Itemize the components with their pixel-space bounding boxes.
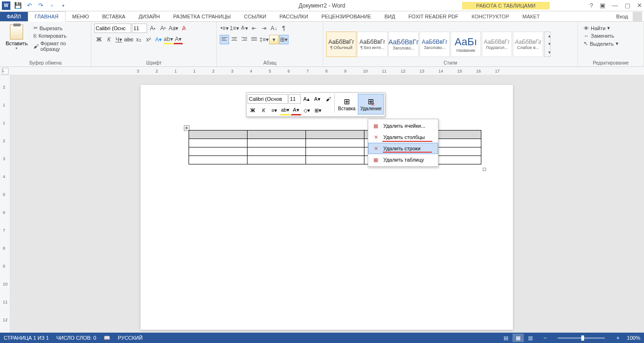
borders-icon[interactable]: ⊞▾ [279,35,289,44]
mini-borders-icon[interactable]: ⊞▾ [313,105,323,115]
mini-font-color-icon[interactable]: A▾ [291,105,301,115]
shading-icon[interactable]: ▾ [269,35,279,44]
find-button[interactable]: 👁Найти ▾ [583,24,619,32]
mini-shading-icon[interactable]: ◇▾ [302,105,312,115]
paste-button[interactable]: Вставить ▾ [3,24,31,65]
tab-design[interactable]: ДИЗАЙН [132,12,166,21]
select-button[interactable]: ↖Выделить ▾ [583,40,619,47]
menu-delete-columns[interactable]: ✕ Удалить столбцы [368,131,438,143]
format-painter-button[interactable]: 🖌Формат по образцу [33,40,86,52]
save-icon[interactable]: 💾 [14,2,22,9]
print-layout-icon[interactable]: ▦ [512,334,524,342]
mini-grow-font-icon[interactable]: A▴ [301,94,312,104]
tab-review[interactable]: РЕЦЕНЗИРОВАНИЕ [315,12,378,21]
close-icon[interactable]: ✕ [637,2,642,9]
tab-insert[interactable]: ВСТАВКА [96,12,132,21]
mini-size-combo[interactable] [289,94,301,104]
font-color-icon[interactable]: A▾ [173,35,183,44]
copy-button[interactable]: ⎘Копировать [33,33,86,39]
mini-format-painter-icon[interactable]: 🖌 [323,94,333,104]
change-case-icon[interactable]: Aa▾ [169,24,178,33]
mini-bold-button[interactable]: Ж [248,105,258,115]
ribbon-display-icon[interactable]: ▣ [600,2,605,9]
status-language[interactable]: РУССКИЙ [118,335,142,341]
help-icon[interactable]: ? [590,2,593,9]
mini-insert-button[interactable]: ⊞ Вставка [336,94,358,114]
style-no-spacing[interactable]: АаБбВвГг¶ Без инте... [357,32,388,57]
style-subtle[interactable]: АаБбВвГгСлабое в... [513,32,543,57]
styles-scroll-down-icon[interactable]: ▾ [545,40,554,48]
sign-in-link[interactable]: Вход [611,12,633,21]
align-center-icon[interactable] [230,35,239,44]
bold-button[interactable]: Ж [94,35,104,44]
sort-icon[interactable]: A↓ [269,24,279,33]
highlight-icon[interactable]: ab▾ [164,35,173,44]
page[interactable]: ✥ [140,85,513,330]
cut-button[interactable]: ✂Вырезать [33,24,86,32]
user-avatar[interactable] [633,12,642,21]
mini-font-combo[interactable] [248,94,288,104]
tab-view[interactable]: ВИД [378,12,402,21]
tab-mailings[interactable]: РАССЫЛКИ [273,12,315,21]
mini-align-icon[interactable]: ≡▾ [269,105,280,115]
status-proofing-icon[interactable]: 📖 [104,335,110,341]
styles-more-icon[interactable]: ▾ [545,48,554,56]
zoom-out-button[interactable]: − [544,335,546,341]
mini-delete-button[interactable]: ⊞✕ Удаление [358,94,384,114]
mini-shrink-font-icon[interactable]: A▾ [312,94,322,104]
mini-highlight-icon[interactable]: ab▾ [280,105,290,115]
superscript-button[interactable]: x² [144,35,153,44]
vertical-ruler[interactable]: 2112345678910111213 [0,75,10,333]
style-title[interactable]: АаБıНазвание [451,32,481,57]
align-left-icon[interactable] [220,35,229,44]
table-resize-handle-icon[interactable] [483,168,486,171]
tab-constructor[interactable]: КОНСТРУКТОР [465,12,516,21]
tab-references[interactable]: ССЫЛКИ [238,12,273,21]
italic-button[interactable]: К [104,35,114,44]
maximize-icon[interactable]: ▢ [625,2,630,9]
menu-delete-cells[interactable]: ▦ Удалить ячейки... [368,120,438,131]
decrease-indent-icon[interactable]: ⇤ [249,24,259,33]
menu-delete-table[interactable]: ▦ Удалить таблицу [368,154,438,165]
clear-formatting-icon[interactable]: A̷ [179,24,189,33]
tab-maket[interactable]: МАКЕТ [516,12,546,21]
ruler-corner[interactable]: L [2,68,8,74]
shrink-font-icon[interactable]: A▾ [158,24,168,33]
tab-file[interactable]: ФАЙЛ [0,12,28,21]
undo-icon[interactable]: ↶ [25,2,33,9]
font-name-combo[interactable] [94,24,131,33]
zoom-in-button[interactable]: + [616,335,619,341]
menu-delete-rows[interactable]: ✕ Удалить строки [368,143,438,154]
replace-button[interactable]: ↔Заменить [583,33,619,39]
web-layout-icon[interactable]: ▥ [525,334,536,342]
styles-scroll-up-icon[interactable]: ▴ [545,32,554,40]
bullets-icon[interactable]: •≡▾ [220,24,229,33]
tab-foxit[interactable]: Foxit Reader PDF [402,12,465,21]
align-justify-icon[interactable] [249,35,259,44]
horizontal-ruler[interactable]: L 3211234567891011121314151617 [0,67,644,75]
new-doc-icon[interactable]: ▫ [48,2,56,9]
minimize-icon[interactable]: — [612,2,618,9]
style-heading2[interactable]: АаБбВвГгЗаголово... [420,32,450,57]
show-marks-icon[interactable]: ¶ [279,24,289,33]
grow-font-icon[interactable]: A▴ [148,24,157,33]
numbering-icon[interactable]: 1≡▾ [230,24,239,33]
tab-home[interactable]: ГЛАВНАЯ [28,11,66,22]
tab-page-layout[interactable]: РАЗМЕТКА СТРАНИЦЫ [166,12,237,21]
status-page[interactable]: СТРАНИЦА 1 ИЗ 1 [4,335,49,341]
tab-menu[interactable]: Меню [66,12,96,21]
status-words[interactable]: ЧИСЛО СЛОВ: 0 [57,335,97,341]
style-heading1[interactable]: АаБбВвГгЗаголово... [388,32,419,57]
style-normal[interactable]: АаБбВвГг¶ Обычный [326,32,356,57]
mini-italic-button[interactable]: К [258,105,269,115]
strike-button[interactable]: abc [124,35,133,44]
align-right-icon[interactable] [239,35,249,44]
redo-icon[interactable]: ↷ [37,2,44,9]
underline-button[interactable]: Ч▾ [114,35,124,44]
increase-indent-icon[interactable]: ⇥ [259,24,269,33]
subscript-button[interactable]: x₂ [134,35,143,44]
font-size-combo[interactable] [132,24,147,33]
style-subtitle[interactable]: АаБбВвГгПодзагол... [482,32,512,57]
qat-customize-icon[interactable]: ▾ [59,2,67,9]
text-effects-icon[interactable]: A▾ [154,35,163,44]
